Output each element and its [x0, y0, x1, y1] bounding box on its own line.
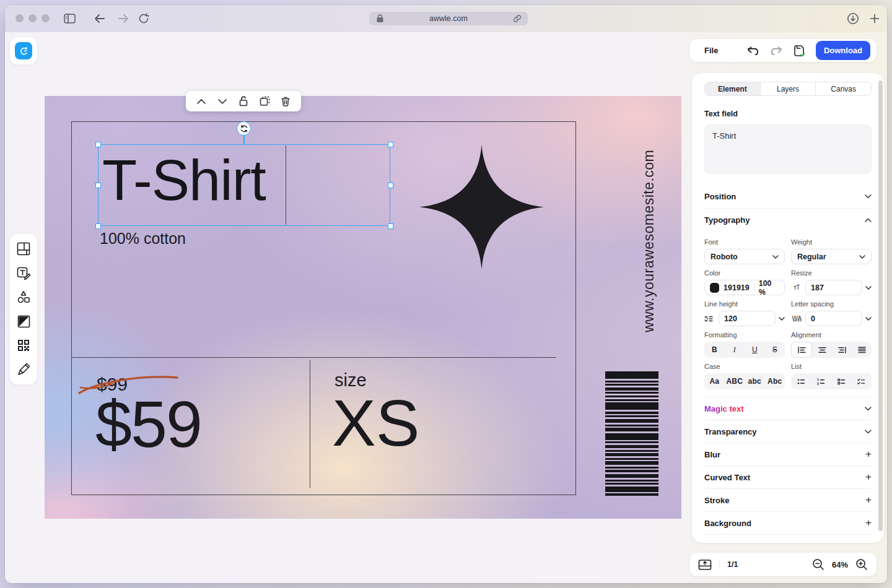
tab-canvas[interactable]: Canvas [816, 82, 871, 95]
numbered-list-button[interactable]: 12 [811, 373, 832, 389]
case-lower-button[interactable]: abc [745, 373, 765, 389]
bullet-list-button[interactable] [791, 373, 811, 389]
selection-handle-mid-right[interactable] [388, 183, 393, 188]
draw-tool-icon[interactable] [16, 362, 31, 377]
color-opacity-value[interactable]: 100 % [759, 279, 779, 296]
section-blur[interactable]: Blur + [704, 443, 872, 465]
tab-element[interactable]: Element [705, 82, 761, 95]
undo-icon[interactable] [745, 43, 761, 58]
weight-select[interactable]: Regular [791, 249, 872, 264]
barcode[interactable] [605, 371, 658, 503]
bring-forward-icon[interactable] [195, 95, 208, 108]
close-window-button[interactable] [15, 14, 24, 22]
line-height-input[interactable]: 120 [719, 311, 776, 326]
zoom-in-icon[interactable] [855, 558, 868, 571]
unlock-icon[interactable] [237, 95, 250, 108]
duplicate-icon[interactable] [258, 95, 271, 108]
size-value-text[interactable]: XS [332, 386, 419, 460]
chevron-down-icon [779, 317, 785, 321]
price-text[interactable]: $59 [95, 387, 201, 462]
section-background[interactable]: Background + [704, 511, 872, 534]
selection-box[interactable] [98, 144, 390, 226]
font-label: Font [704, 238, 785, 246]
element-toolbar [186, 91, 301, 111]
tab-layers[interactable]: Layers [761, 82, 816, 95]
section-typography[interactable]: Typography [704, 208, 872, 231]
check-list-button[interactable] [852, 373, 872, 389]
plus-icon: + [865, 494, 872, 506]
square-list-button[interactable] [831, 373, 852, 389]
section-shadow[interactable]: Shadow + [704, 534, 872, 543]
panel-scrollbar[interactable] [878, 80, 883, 531]
downloads-icon[interactable] [846, 11, 860, 26]
templates-tool-icon[interactable] [16, 241, 31, 256]
minimize-window-button[interactable] [28, 14, 37, 22]
case-capitalize-button[interactable]: Abc [765, 373, 785, 389]
app-logo[interactable] [10, 37, 37, 64]
list-label: List [791, 363, 872, 370]
pages-icon[interactable] [698, 559, 712, 571]
selection-handle-mid-left[interactable] [95, 183, 101, 188]
app-logo-icon [15, 42, 32, 59]
traffic-lights[interactable] [15, 14, 50, 22]
forward-icon[interactable] [116, 11, 131, 26]
svg-text:2: 2 [817, 381, 819, 384]
fill-tool-icon[interactable] [16, 314, 31, 329]
selection-handle-bottom-right[interactable] [388, 223, 393, 229]
download-button[interactable]: Download [816, 41, 870, 60]
redo-icon[interactable] [769, 43, 785, 58]
back-icon[interactable] [92, 11, 107, 26]
url-bar[interactable]: awwle.com [369, 12, 528, 25]
svg-text:1: 1 [817, 378, 819, 381]
sparkle-star-shape[interactable] [418, 143, 545, 271]
selection-handle-top-left[interactable] [95, 142, 101, 147]
save-icon[interactable] [792, 43, 808, 58]
lock-icon [377, 14, 383, 22]
tag-material-text[interactable]: 100% cotton [100, 230, 186, 248]
sidebar-toggle-icon[interactable] [62, 11, 77, 26]
bold-button[interactable]: B [704, 342, 725, 358]
align-center-button[interactable] [812, 342, 832, 358]
color-swatch[interactable] [710, 283, 719, 293]
section-stroke[interactable]: Stroke + [704, 488, 872, 511]
strikethrough-button[interactable]: S [765, 342, 785, 358]
text-field-input[interactable]: T-Shirt [704, 124, 872, 174]
website-vertical-text[interactable]: www.yourawesomesite.com [641, 152, 660, 332]
section-curved-text[interactable]: Curved Text + [704, 465, 872, 488]
link-icon[interactable] [513, 14, 522, 23]
qr-code-tool-icon[interactable] [16, 338, 31, 353]
reload-icon[interactable] [136, 11, 151, 26]
selection-handle-bottom-left[interactable] [95, 223, 101, 229]
selection-handle-top-right[interactable] [388, 142, 393, 147]
new-tab-icon[interactable] [867, 11, 882, 26]
chevron-down-icon [865, 286, 872, 290]
rotation-handle[interactable] [237, 121, 251, 136]
plus-icon: + [865, 471, 872, 483]
color-control[interactable]: 191919 100 % [704, 280, 785, 295]
font-select[interactable]: Roboto [704, 249, 785, 264]
case-sentence-button[interactable]: Aa [704, 373, 725, 389]
delete-icon[interactable] [279, 95, 292, 108]
resize-input[interactable]: 187 [805, 280, 862, 295]
section-transparency[interactable]: Transparency [704, 420, 872, 443]
tool-sidebar [10, 234, 37, 384]
italic-button[interactable]: I [725, 342, 745, 358]
text-tool-icon[interactable] [16, 266, 31, 280]
zoom-out-icon[interactable] [812, 558, 824, 571]
zoom-window-button[interactable] [42, 14, 50, 22]
panel-header: File Download [689, 39, 877, 62]
letter-spacing-input[interactable]: 0 [805, 311, 862, 326]
design-canvas[interactable]: T-Shirt 100% cotton $99 $59 size XS www.… [45, 96, 681, 519]
align-justify-button[interactable] [852, 342, 872, 358]
align-right-button[interactable] [832, 342, 852, 358]
section-magic-text[interactable]: Magic text [704, 397, 872, 420]
underline-button[interactable]: U [745, 342, 765, 358]
send-backward-icon[interactable] [216, 95, 229, 108]
color-hex-value[interactable]: 191919 [724, 283, 750, 292]
section-position[interactable]: Position [704, 185, 872, 208]
case-upper-button[interactable]: ABC [725, 373, 745, 389]
weight-label: Weight [791, 238, 872, 246]
align-left-button[interactable] [791, 342, 812, 358]
file-menu[interactable]: File [704, 46, 718, 55]
shapes-tool-icon[interactable] [16, 290, 31, 305]
